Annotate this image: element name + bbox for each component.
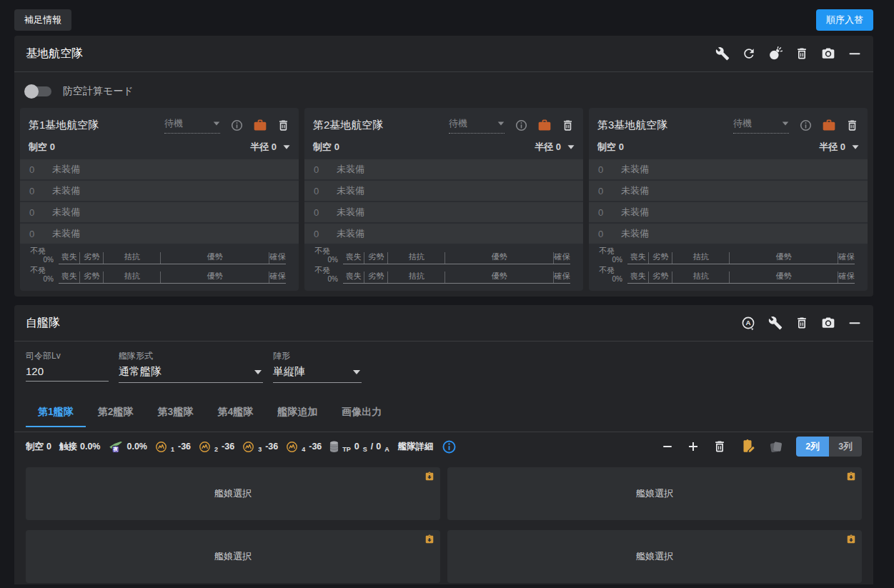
fleet-detail-label[interactable]: 艦隊詳細 bbox=[398, 441, 434, 453]
fleet-type-label: 艦隊形式 bbox=[119, 350, 263, 363]
fleet-title: 自艦隊 bbox=[26, 316, 60, 331]
fleet-stats: 制空0 触接0.0% 夜 0.0% 1-36 2-36 3-36 4-36 TP… bbox=[26, 439, 457, 454]
tab-fleet-2[interactable]: 第2艦隊 bbox=[86, 397, 146, 427]
air-state-bar: 不発0% 喪失劣勢拮抗優勢確保 bbox=[29, 264, 290, 284]
air-corps-row: 第1基地航空隊 待機 制空 0 半径 0 0未装備 0未装備 0未装備 0未装備… bbox=[14, 108, 873, 297]
ship-grid: 艦娘選択 艦娘選択 艦娘選択 艦娘選択 艦娘選択 艦娘選択 bbox=[14, 461, 873, 584]
hq-level-input[interactable] bbox=[26, 363, 109, 382]
wrench-icon[interactable] bbox=[768, 316, 783, 330]
camera-icon[interactable] bbox=[821, 316, 835, 330]
chevron-down-icon bbox=[353, 370, 360, 374]
corps-mode-select[interactable]: 待機 bbox=[164, 117, 220, 134]
air-state-bar: 不発0% 喪失劣勢拮抗優勢確保 bbox=[29, 245, 290, 264]
formation-field: 陣形 単縦陣 bbox=[273, 350, 362, 383]
air-power: 制空 0 bbox=[313, 141, 339, 154]
tab-fleet-3[interactable]: 第3艦隊 bbox=[146, 397, 206, 427]
chevron-down-icon bbox=[254, 370, 262, 374]
clipboard-paste-icon[interactable] bbox=[846, 534, 856, 545]
column-toggle: 2列 3列 bbox=[796, 437, 862, 457]
fleet-header-actions: A bbox=[740, 315, 862, 331]
refresh-icon[interactable] bbox=[742, 46, 756, 61]
land-base-header-actions bbox=[715, 46, 862, 61]
ship-select-slot-1[interactable]: 艦娘選択 bbox=[26, 467, 440, 520]
air-power: 制空 0 bbox=[597, 141, 624, 154]
own-fleet-panel: 自艦隊 A 司令部Lv 艦隊形式 通常艦隊 陣形 単縦陣 第1艦隊 第2艦隊 第… bbox=[14, 305, 873, 584]
remove-ship-icon[interactable] bbox=[661, 440, 674, 453]
corps-mode-select[interactable]: 待機 bbox=[733, 117, 789, 134]
three-column-button[interactable]: 3列 bbox=[829, 437, 862, 457]
scouting-stat-4: 4-36 bbox=[286, 441, 322, 453]
equipment-slot[interactable]: 0未装備 bbox=[20, 181, 299, 202]
trash-icon[interactable] bbox=[561, 119, 575, 132]
air-corps-title: 第1基地航空隊 bbox=[29, 119, 99, 132]
equipment-slot[interactable]: 0未装備 bbox=[589, 224, 868, 245]
equipment-slot[interactable]: 0未装備 bbox=[20, 224, 299, 245]
radius-select[interactable]: 半径 0 bbox=[535, 141, 575, 154]
air-corps-title: 第2基地航空隊 bbox=[313, 119, 383, 132]
auto-circle-a-icon[interactable]: A bbox=[740, 315, 756, 331]
trash-icon[interactable] bbox=[277, 119, 290, 132]
equipment-slot[interactable]: 0未装備 bbox=[20, 202, 299, 224]
ship-select-slot-2[interactable]: 艦娘選択 bbox=[447, 467, 862, 520]
fleet-type-select[interactable]: 通常艦隊 bbox=[119, 363, 263, 383]
tab-add-fleet[interactable]: 艦隊追加 bbox=[265, 397, 329, 427]
clipboard-paste-icon[interactable] bbox=[424, 534, 434, 545]
equipment-slot[interactable]: 0未装備 bbox=[304, 224, 583, 245]
add-ship-icon[interactable] bbox=[687, 440, 700, 453]
info-icon[interactable] bbox=[515, 119, 528, 132]
clipboard-paste-icon[interactable] bbox=[424, 471, 434, 482]
trash-icon[interactable] bbox=[712, 439, 727, 454]
supplement-info-button[interactable]: 補足情報 bbox=[14, 9, 71, 31]
tab-image-export[interactable]: 画像出力 bbox=[329, 397, 394, 427]
radius-select[interactable]: 半径 0 bbox=[819, 141, 859, 154]
info-icon[interactable] bbox=[230, 119, 244, 132]
briefcase-icon[interactable] bbox=[537, 118, 552, 132]
corps-mode-select[interactable]: 待機 bbox=[449, 117, 505, 134]
minimize-icon[interactable] bbox=[848, 316, 862, 330]
reorder-button[interactable]: 順序入替 bbox=[816, 9, 873, 31]
wrench-icon[interactable] bbox=[715, 46, 730, 61]
air-state-bar: 不発0% 喪失劣勢拮抗優勢確保 bbox=[313, 264, 575, 284]
info-icon[interactable] bbox=[442, 439, 457, 454]
air-state-bar: 不発0% 喪失劣勢拮抗優勢確保 bbox=[597, 245, 859, 264]
fleet-stats-row: 制空0 触接0.0% 夜 0.0% 1-36 2-36 3-36 4-36 TP… bbox=[14, 432, 873, 461]
tab-fleet-1[interactable]: 第1艦隊 bbox=[26, 397, 86, 427]
equipment-slot[interactable]: 0未装備 bbox=[304, 159, 583, 181]
fleet-type-field: 艦隊形式 通常艦隊 bbox=[119, 350, 263, 383]
equipment-slot[interactable]: 0未装備 bbox=[304, 202, 583, 224]
trash-icon[interactable] bbox=[845, 119, 859, 132]
ship-select-slot-3[interactable]: 艦娘選択 bbox=[26, 530, 440, 583]
drum-canister-icon bbox=[329, 441, 339, 453]
equipment-slot[interactable]: 0未装備 bbox=[304, 181, 583, 202]
clipboard-paste-icon[interactable] bbox=[846, 471, 856, 482]
minimize-icon[interactable] bbox=[848, 46, 862, 61]
clipboard-edit-icon[interactable] bbox=[740, 439, 755, 454]
air-corps-card-3: 第3基地航空隊 待機 制空 0 半径 0 0未装備 0未装備 0未装備 0未装備… bbox=[589, 108, 868, 291]
equipment-slot[interactable]: 0未装備 bbox=[20, 159, 299, 181]
radius-select[interactable]: 半径 0 bbox=[250, 141, 290, 154]
ship-select-label: 艦娘選択 bbox=[214, 550, 252, 563]
copy-cards-icon[interactable] bbox=[768, 439, 783, 454]
ship-select-slot-4[interactable]: 艦娘選択 bbox=[447, 530, 862, 583]
equipment-slot[interactable]: 0未装備 bbox=[589, 202, 868, 224]
briefcase-icon[interactable] bbox=[822, 118, 836, 132]
top-bar: 補足情報 順序入替 bbox=[0, 0, 894, 36]
formation-select[interactable]: 単縦陣 bbox=[273, 363, 362, 383]
tab-fleet-4[interactable]: 第4艦隊 bbox=[205, 397, 265, 427]
trash-icon[interactable] bbox=[795, 316, 809, 330]
bomb-icon[interactable] bbox=[768, 46, 783, 61]
two-column-button[interactable]: 2列 bbox=[796, 437, 829, 457]
camera-icon[interactable] bbox=[821, 46, 835, 61]
equipment-slot[interactable]: 0未装備 bbox=[589, 159, 868, 181]
ship-select-label: 艦娘選択 bbox=[636, 550, 673, 563]
briefcase-icon[interactable] bbox=[253, 118, 267, 132]
hq-level-label: 司令部Lv bbox=[26, 350, 109, 363]
air-corps-title: 第3基地航空隊 bbox=[597, 119, 667, 132]
trash-icon[interactable] bbox=[795, 46, 809, 61]
scouting-icon bbox=[155, 441, 167, 453]
equipment-slot[interactable]: 0未装備 bbox=[589, 181, 868, 202]
air-state-bar: 不発0% 喪失劣勢拮抗優勢確保 bbox=[313, 245, 575, 264]
air-defense-toggle[interactable] bbox=[27, 86, 51, 96]
info-icon[interactable] bbox=[799, 119, 813, 132]
fleet-settings-row: 司令部Lv 艦隊形式 通常艦隊 陣形 単縦陣 bbox=[14, 342, 873, 383]
